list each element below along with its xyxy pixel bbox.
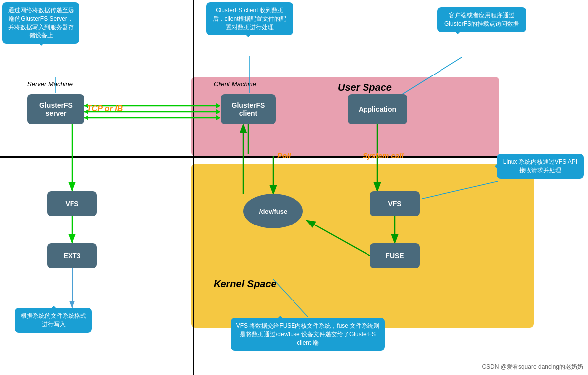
callout-topleft: 通过网络将数据传递至远端的GlusterFS Server，并将数据写入到服务器… xyxy=(2,2,79,44)
vfs-right-box: VFS xyxy=(370,191,420,216)
client-machine-label: Client Machine xyxy=(214,80,256,88)
ext3-box: EXT3 xyxy=(47,243,97,268)
horizontal-divider xyxy=(0,156,546,158)
system-call-label: System call xyxy=(363,151,404,160)
fuse-box: FUSE xyxy=(370,243,420,268)
tcp-ib-label: TCP or IB xyxy=(87,104,123,113)
callout-bottomleft: 根据系统的文件系统格式进行写入 xyxy=(15,308,92,333)
vfs-left-box: VFS xyxy=(47,191,97,216)
poll-label: Poll xyxy=(277,151,291,160)
application-box: Application xyxy=(348,94,407,124)
diagram-container: User Space Kernel Space Server Machine C… xyxy=(0,0,588,375)
user-space-label: User Space xyxy=(338,82,392,93)
vertical-divider xyxy=(193,0,194,375)
svg-marker-11 xyxy=(84,115,88,120)
server-machine-label: Server Machine xyxy=(27,80,73,88)
kernel-space-label: Kernel Space xyxy=(214,278,277,290)
callout-topmid: GlusterFS client 收到数据后，client根据配置文件的配置对数… xyxy=(206,2,293,35)
callout-topright: 客户端或者应用程序通过GlusterFS的挂载点访问数据 xyxy=(437,7,526,32)
kernel-space-background xyxy=(191,164,534,328)
callout-bottomright: Linux 系统内核通过VFS API 接收请求并处理 xyxy=(497,154,584,179)
glusterfs-client-box: GlusterFSclient xyxy=(221,94,276,124)
watermark: CSDN @爱看square dancing的老奶奶 xyxy=(482,363,583,371)
glusterfs-server-box: GlusterFSserver xyxy=(27,94,84,124)
callout-bottommid: VFS 将数据交给FUSE内核文件系统，fuse 文件系统则是将数据通过/dev… xyxy=(231,318,385,351)
dev-fuse-ellipse: /dev/fuse xyxy=(243,194,303,228)
